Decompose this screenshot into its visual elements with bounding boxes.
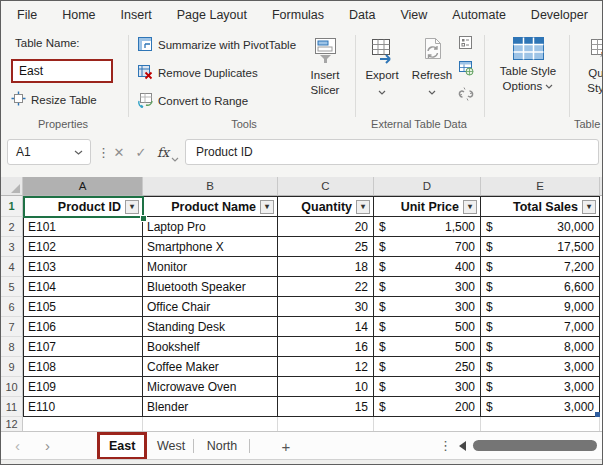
tab-page-layout[interactable]: Page Layout: [177, 1, 247, 29]
cell-quantity[interactable]: 15: [278, 397, 374, 417]
cell-total-sales[interactable]: $9,000: [481, 297, 600, 317]
sheet-tab-east[interactable]: East: [97, 432, 147, 460]
row-number[interactable]: 4: [1, 257, 23, 277]
header-cell-product-id[interactable]: Product ID ▾: [23, 196, 143, 217]
cell-total-sales[interactable]: $17,500: [481, 237, 600, 257]
header-cell-quantity[interactable]: Quantity ▾: [278, 196, 374, 217]
open-in-browser-button[interactable]: [458, 60, 474, 78]
cell-quantity[interactable]: 30: [278, 297, 374, 317]
filter-dropdown-icon[interactable]: ▾: [260, 200, 274, 214]
empty-cell[interactable]: [374, 417, 481, 431]
column-header-c[interactable]: C: [278, 177, 374, 196]
insert-slicer-button[interactable]: Insert Slicer: [299, 37, 351, 98]
filter-dropdown-icon[interactable]: ▾: [356, 200, 370, 214]
cell-product-name[interactable]: Blender: [143, 397, 278, 417]
cell-quantity[interactable]: 22: [278, 277, 374, 297]
tab-formulas[interactable]: Formulas: [272, 1, 324, 29]
remove-duplicates-button[interactable]: Remove Duplicates: [137, 64, 258, 82]
cell-product-name[interactable]: Standing Desk: [143, 317, 278, 337]
empty-cell[interactable]: [278, 417, 374, 431]
sheet-nav-next-icon[interactable]: ›: [45, 436, 50, 456]
tab-automate[interactable]: Automate: [452, 1, 506, 29]
cell-total-sales[interactable]: $3,000: [481, 377, 600, 397]
cell-unit-price[interactable]: $250: [374, 357, 481, 377]
tab-view[interactable]: View: [400, 1, 427, 29]
horizontal-scrollbar-thumb[interactable]: [473, 440, 597, 451]
summarize-pivottable-button[interactable]: Summarize with PivotTable: [137, 36, 296, 54]
quick-styles-button[interactable]: Quick Styles: [573, 37, 602, 96]
cell-total-sales[interactable]: $7,200: [481, 257, 600, 277]
cell-quantity[interactable]: 16: [278, 337, 374, 357]
cell-product-id[interactable]: E107: [23, 337, 143, 357]
row-number[interactable]: 7: [1, 317, 23, 337]
empty-cell[interactable]: [23, 417, 143, 431]
unlink-button[interactable]: [458, 86, 474, 104]
name-box[interactable]: A1: [7, 139, 91, 165]
cell-unit-price[interactable]: $300: [374, 297, 481, 317]
cell-product-name[interactable]: Smartphone X: [143, 237, 278, 257]
cell-product-name[interactable]: Bookshelf: [143, 337, 278, 357]
cell-product-name[interactable]: Laptop Pro: [143, 217, 278, 237]
cell-product-name[interactable]: Coffee Maker: [143, 357, 278, 377]
tab-insert[interactable]: Insert: [121, 1, 152, 29]
cell-product-name[interactable]: Microwave Oven: [143, 377, 278, 397]
cell-quantity[interactable]: 20: [278, 217, 374, 237]
data-range-properties-button[interactable]: [458, 35, 473, 52]
cell-total-sales[interactable]: $3,000: [481, 397, 600, 417]
cell-product-id[interactable]: E102: [23, 237, 143, 257]
convert-to-range-button[interactable]: Convert to Range: [137, 92, 248, 110]
row-number[interactable]: 6: [1, 297, 23, 317]
sheet-tab-west[interactable]: West: [149, 432, 193, 460]
cell-quantity[interactable]: 25: [278, 237, 374, 257]
row-number[interactable]: 9: [1, 357, 23, 377]
cell-product-id[interactable]: E104: [23, 277, 143, 297]
export-button[interactable]: Export: [359, 37, 405, 100]
cell-quantity[interactable]: 12: [278, 357, 374, 377]
hscroll-left-arrow-icon[interactable]: [459, 441, 466, 451]
cell-unit-price[interactable]: $300: [374, 377, 481, 397]
row-number[interactable]: 1: [1, 196, 23, 217]
cell-quantity[interactable]: 14: [278, 317, 374, 337]
tab-home[interactable]: Home: [62, 1, 95, 29]
row-number[interactable]: 5: [1, 277, 23, 297]
refresh-button[interactable]: Refresh: [409, 37, 455, 100]
sheet-tab-north[interactable]: North: [197, 432, 247, 460]
header-cell-unit-price[interactable]: Unit Price ▾: [374, 196, 481, 217]
cell-total-sales[interactable]: $3,000: [481, 357, 600, 377]
cell-total-sales[interactable]: $6,600: [481, 277, 600, 297]
cell-total-sales[interactable]: $7,000: [481, 317, 600, 337]
filter-dropdown-icon[interactable]: ▾: [582, 200, 596, 214]
cell-unit-price[interactable]: $200: [374, 397, 481, 417]
row-number[interactable]: 2: [1, 217, 23, 237]
row-number[interactable]: 8: [1, 337, 23, 357]
cell-total-sales[interactable]: $30,000: [481, 217, 600, 237]
cell-unit-price[interactable]: $1,500: [374, 217, 481, 237]
column-header-e[interactable]: E: [481, 177, 600, 196]
row-number[interactable]: 3: [1, 237, 23, 257]
select-all-button[interactable]: [1, 177, 23, 196]
insert-function-button[interactable]: fx: [153, 139, 173, 165]
column-header-b[interactable]: B: [143, 177, 278, 196]
enter-button[interactable]: ✓: [131, 139, 151, 165]
tab-data[interactable]: Data: [349, 1, 375, 29]
cell-unit-price[interactable]: $500: [374, 337, 481, 357]
cell-product-id[interactable]: E101: [23, 217, 143, 237]
empty-cell[interactable]: [481, 417, 600, 431]
cell-product-id[interactable]: E108: [23, 357, 143, 377]
cell-product-id[interactable]: E109: [23, 377, 143, 397]
resize-table-button[interactable]: Resize Table: [11, 91, 97, 108]
empty-cell[interactable]: [143, 417, 278, 431]
tab-file[interactable]: File: [17, 1, 37, 29]
filter-dropdown-icon[interactable]: ▾: [125, 200, 139, 214]
column-header-a[interactable]: A: [23, 177, 143, 196]
cell-product-id[interactable]: E110: [23, 397, 143, 417]
cancel-button[interactable]: ✕: [109, 139, 129, 165]
column-header-d[interactable]: D: [374, 177, 481, 196]
tab-overflow-menu-icon[interactable]: ⋮: [439, 436, 452, 456]
sheet-nav-prev-icon[interactable]: ‹: [15, 436, 20, 456]
tab-developer[interactable]: Developer: [531, 1, 588, 29]
table-name-input[interactable]: East: [11, 59, 113, 83]
cell-total-sales[interactable]: $8,000: [481, 337, 600, 357]
cell-unit-price[interactable]: $400: [374, 257, 481, 277]
cell-unit-price[interactable]: $300: [374, 277, 481, 297]
